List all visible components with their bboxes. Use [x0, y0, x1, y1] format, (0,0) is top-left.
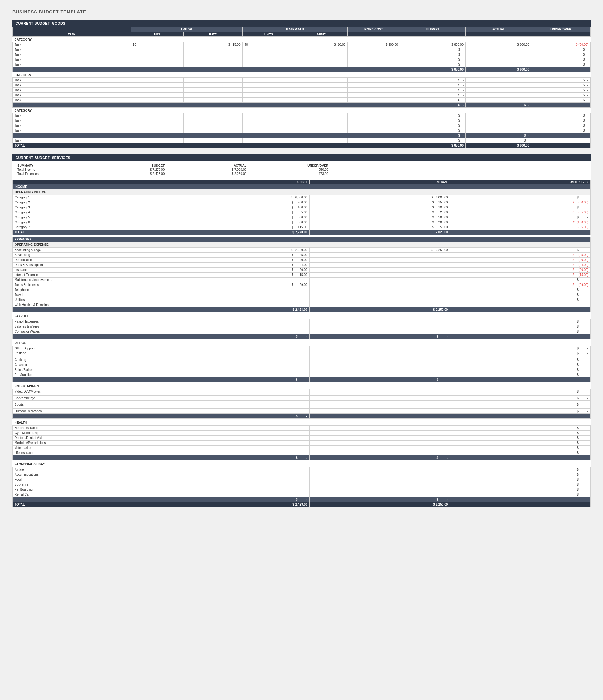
entertainment-total: $ -: [13, 414, 591, 419]
grand-total-row: TOTAL $ 2,423.00 $ 2,250.00: [13, 502, 591, 507]
svc-th-budget: BUDGET: [169, 180, 309, 184]
th-materials: MATERIALS: [243, 27, 348, 32]
list-item: Category 6 $ 300.00 $ 200.00 $ (100.00): [13, 220, 591, 225]
summary-income-row: Total Income $ 7,270.00 $ 7,020.00 250.0…: [16, 168, 330, 172]
table-row: Task $ - $ -: [13, 57, 591, 62]
list-item: Postage $ -: [13, 351, 591, 356]
expenses-section-header: EXPENSES: [13, 237, 591, 242]
svc-th-cat: [13, 180, 169, 184]
summary-uo-header: UNDER/OVER: [248, 164, 330, 168]
list-item: Pet Boarding $ -: [13, 487, 591, 492]
th-actual-sub: [466, 32, 531, 37]
operating-income-header: OPERATING INCOME: [13, 190, 591, 195]
list-item: Doctors/Dentist Visits $ -: [13, 435, 591, 441]
th-hrs: HRS: [131, 32, 183, 37]
list-item: Salon/Barber $ -: [13, 368, 591, 372]
list-item: Medicine/Prescriptions $ -: [13, 441, 591, 446]
vacation-header: VACATION/HOLIDAY: [13, 462, 591, 467]
office-header: OFFICE: [13, 340, 591, 346]
table-row: Task 10 $ 15.00 50 $ 10.00 $ 200.00 $ 85…: [13, 42, 591, 47]
table-row: Task $ - $ -: [13, 123, 591, 128]
table-row: Task $ - $ -: [13, 98, 591, 103]
summary-expenses-row: Total Expenses $ 2,423.00 $ 2,250.00 173…: [16, 172, 330, 176]
list-item: Interest Expense $ 15.00 $ (15.00): [13, 273, 591, 277]
list-item: Clothing $ -: [13, 357, 591, 362]
th-uo-sub: [531, 32, 591, 37]
category-label-1: CATEGORY: [13, 37, 591, 42]
fixed-cell: $ 200.00: [348, 42, 400, 47]
budget-cell: $ 850.00: [400, 42, 466, 47]
th-fixed-cost: FIXED COST: [348, 27, 400, 32]
list-item: Accounting & Legal $ 2,250.00 $ 2,250.00…: [13, 248, 591, 253]
list-item: Outdoor Recreation $ -: [13, 409, 591, 414]
list-item: Category 5 $ 500.00 $ 500.00 $ -: [13, 215, 591, 220]
list-item: Pet Supplies $ -: [13, 372, 591, 377]
th-labor: LABOR: [131, 27, 243, 32]
goods-section: CURRENT BUDGET: GOODS LABOR MATERIALS FI…: [12, 20, 591, 148]
subtotal-row-2: $ - $ -: [13, 103, 591, 108]
list-item: Health Insurance $ -: [13, 426, 591, 431]
th-task: [13, 27, 131, 32]
th-budget-sub: [400, 32, 466, 37]
list-item: Food $ -: [13, 477, 591, 482]
list-item: Telephone $ -: [13, 288, 591, 293]
list-item: Web Hosting & Domains: [13, 302, 591, 307]
list-item: Payroll Expenses $ -: [13, 319, 591, 324]
list-item: Category 7 $ 115.00 $ 50.00 $ (65.00): [13, 225, 591, 230]
list-item: Taxes & Licenses $ 29.00 $ (29.00): [13, 282, 591, 288]
unit-cost-cell: $ 10.00: [295, 42, 348, 47]
th-under-over: UNDER/OVER: [531, 27, 591, 32]
table-row: Task $ - $ -: [13, 83, 591, 88]
table-row: Task $ - $ -: [13, 47, 591, 52]
list-item: Salaries & Wages $ -: [13, 324, 591, 329]
summary-block: SUMMARY BUDGET ACTUAL UNDER/OVER Total I…: [12, 161, 591, 177]
office-total: $ - $ -: [13, 377, 591, 382]
health-total: $ - $ -: [13, 455, 591, 460]
table-row: Task $ - $ -: [13, 128, 591, 133]
services-section: CURRENT BUDGET: SERVICES SUMMARY BUDGET …: [12, 154, 591, 507]
payroll-total: $ - $ -: [13, 334, 591, 339]
list-item: Office Supplies $ -: [13, 346, 591, 351]
list-item: Life Insurance $ -: [13, 450, 591, 455]
list-item: Sports $ -: [13, 402, 591, 407]
goods-header: CURRENT BUDGET: GOODS: [12, 20, 591, 27]
list-item: Category 1 $ 6,000.00 $ 6,000.00 $ -: [13, 195, 591, 200]
uo-cell: $ (50.00): [531, 42, 591, 47]
list-item: Category 4 $ 55.00 $ 20.00 $ (35.00): [13, 210, 591, 215]
goods-total-row: TOTAL $ 850.00 $ 800.00: [13, 143, 591, 148]
table-row: Task $ - $ -: [13, 78, 591, 83]
payroll-header: PAYROLL: [13, 314, 591, 319]
summary-label: SUMMARY: [16, 164, 85, 168]
table-row: Task $ - $ -: [13, 62, 591, 67]
list-item: Category 3 $ 100.00 $ 100.00 $ -: [13, 205, 591, 210]
list-item: Airfare $ -: [13, 467, 591, 472]
list-item: Maintenance/Improvements $ -: [13, 277, 591, 282]
units-cell: 50: [243, 42, 295, 47]
actual-cell: $ 800.00: [466, 42, 531, 47]
category-label-3: CATEGORY: [13, 108, 591, 113]
list-item: Accommodations $ -: [13, 472, 591, 477]
subtotal-row-3: $ - $ -: [13, 133, 591, 138]
list-item: Contractor Wages $ -: [13, 329, 591, 334]
table-row: Task $ - $ -: [13, 88, 591, 93]
table-row: Task $ - $ -: [13, 118, 591, 123]
list-item: Video/DVD/Movies $ -: [13, 389, 591, 394]
income-section-header: INCOME: [13, 184, 591, 190]
operating-expense-total: $ 2,423.00 $ 2,250.00: [13, 307, 591, 312]
list-item: Depreciation $ 40.00 $ (40.00): [13, 257, 591, 262]
svc-th-uo: UNDER/OVER: [450, 180, 591, 184]
income-total-row: TOTAL $ 7,270.00 7,020.00: [13, 230, 591, 235]
table-row-single: Task $ - $ -: [13, 138, 591, 143]
list-item: Rental Car $ -: [13, 492, 591, 497]
list-item: Insurance $ 20.00 $ (20.00): [13, 268, 591, 273]
rate-cell: $ 15.00: [183, 42, 243, 47]
list-item: Category 2 $ 200.00 $ 150.00 $ (50.00): [13, 200, 591, 205]
summary-actual-header: ACTUAL: [167, 164, 248, 168]
list-item: Travel $ -: [13, 293, 591, 297]
list-item: Veterinarian $ -: [13, 446, 591, 450]
th-unit-cost: $/UNIT: [295, 32, 348, 37]
th-rate: RATE: [183, 32, 243, 37]
page-title: BUSINESS BUDGET TEMPLATE: [12, 9, 591, 14]
list-item: Gym Membership $ -: [13, 431, 591, 435]
hrs-cell: 10: [131, 42, 183, 47]
